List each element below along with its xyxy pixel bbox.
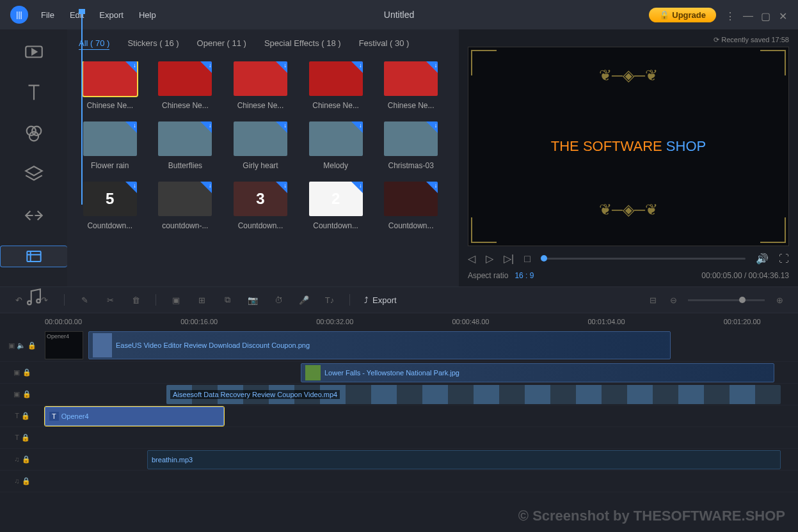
undo-icon[interactable]: ↶ bbox=[13, 294, 24, 306]
time-mark: 00:01:04.00 bbox=[588, 318, 625, 325]
speed-icon[interactable]: ⏱ bbox=[273, 294, 284, 306]
library-item[interactable]: Christmas-03 bbox=[379, 121, 442, 170]
time-mark: 00:00:16.00 bbox=[180, 318, 218, 325]
redo-icon[interactable]: ↷ bbox=[38, 294, 50, 306]
menu-export[interactable]: Export bbox=[99, 10, 124, 20]
prev-frame-icon[interactable]: ◁ bbox=[468, 253, 475, 265]
snapshot-icon[interactable]: 📷 bbox=[247, 294, 259, 306]
tab-stickers[interactable]: Stickers ( 16 ) bbox=[127, 38, 179, 50]
zoom-out-icon[interactable]: ⊖ bbox=[667, 294, 679, 306]
preview-viewport[interactable]: ❦─◈─❦ THE SOFTWARE SHOP ❦─◈─❦ bbox=[468, 47, 789, 246]
minimize-icon[interactable]: — bbox=[743, 10, 752, 19]
track-content[interactable]: Lower Falls - Yellowstone National Park.… bbox=[45, 362, 798, 383]
mosaic-icon[interactable]: ⊞ bbox=[196, 294, 207, 306]
preview-seek-slider[interactable] bbox=[541, 258, 746, 260]
export-button[interactable]: ⤴ Export bbox=[364, 295, 397, 305]
track-head[interactable]: ♫ 🔒 bbox=[0, 455, 45, 464]
sidebar-video-icon[interactable] bbox=[23, 41, 45, 63]
ornament-tl bbox=[471, 50, 497, 75]
library-item[interactable]: Chinese Ne... bbox=[379, 61, 442, 110]
library-item[interactable]: Melody bbox=[305, 121, 367, 170]
library-grid[interactable]: Chinese Ne...Chinese Ne...Chinese Ne...C… bbox=[79, 61, 447, 230]
clip-text[interactable]: T Opener4 bbox=[45, 407, 224, 426]
clip-image[interactable]: EaseUS Video Editor Review Download Disc… bbox=[88, 331, 671, 359]
clip-pip[interactable]: Lower Falls - Yellowstone National Park.… bbox=[301, 363, 774, 382]
library-thumb bbox=[309, 61, 363, 96]
track-head[interactable]: ♫ 🔒 bbox=[0, 477, 45, 485]
clip-audio[interactable]: breathin.mp3 bbox=[147, 450, 781, 469]
library-item[interactable]: Chinese Ne... bbox=[154, 61, 217, 110]
library-label: Countdown... bbox=[305, 221, 367, 230]
track-head[interactable]: ▣ 🔈 🔒 bbox=[0, 341, 45, 350]
library-item[interactable]: Flower rain bbox=[79, 121, 141, 170]
tab-festival[interactable]: Festival ( 30 ) bbox=[359, 38, 410, 50]
merge-icon[interactable]: ⧉ bbox=[221, 294, 233, 306]
volume-icon[interactable]: 🔊 bbox=[756, 253, 769, 265]
library-item[interactable]: Chinese Ne... bbox=[79, 61, 141, 110]
download-icon bbox=[200, 182, 212, 193]
close-icon[interactable]: ✕ bbox=[779, 10, 788, 19]
cut-icon[interactable]: ✂ bbox=[104, 294, 116, 306]
track-content[interactable] bbox=[45, 427, 798, 448]
lock-icon: 🔒 bbox=[659, 10, 669, 20]
tab-all[interactable]: All ( 70 ) bbox=[79, 38, 109, 50]
menu-file[interactable]: File bbox=[41, 10, 54, 20]
sidebar-overlay-icon[interactable] bbox=[23, 164, 45, 185]
delete-icon[interactable]: 🗑 bbox=[130, 294, 141, 306]
clip-opener[interactable]: Opener4 bbox=[45, 331, 83, 359]
fit-icon[interactable]: ⊟ bbox=[647, 294, 658, 306]
crop-icon[interactable]: ▣ bbox=[170, 294, 182, 306]
library-item[interactable]: Countdown... bbox=[379, 182, 442, 230]
zoom-in-icon[interactable]: ⊕ bbox=[774, 294, 785, 306]
stop-icon[interactable]: □ bbox=[524, 253, 531, 265]
more-icon[interactable]: ⋮ bbox=[725, 10, 734, 19]
download-icon bbox=[276, 182, 287, 193]
play-icon[interactable]: ▷ bbox=[486, 253, 493, 265]
sidebar-filter-icon[interactable] bbox=[23, 123, 45, 145]
library-item[interactable]: 5Countdown... bbox=[79, 182, 141, 230]
track-head[interactable]: ▣ 🔒 bbox=[0, 390, 45, 398]
library-item[interactable]: Butterflies bbox=[154, 121, 217, 170]
export-label: Export bbox=[372, 295, 397, 305]
library-thumb: 3 bbox=[234, 182, 287, 216]
download-icon bbox=[125, 61, 137, 73]
tab-opener[interactable]: Opener ( 11 ) bbox=[197, 38, 246, 50]
library-item[interactable]: countdown-... bbox=[154, 182, 217, 230]
saved-status: ⟳ Recently saved 17:58 bbox=[468, 36, 789, 44]
sidebar-text-icon[interactable] bbox=[23, 82, 45, 104]
track-head[interactable]: ▣ 🔒 bbox=[0, 368, 45, 377]
text-icon: T bbox=[49, 412, 59, 421]
clip-video[interactable]: Aiseesoft Data Recovery Review Coupon Vi… bbox=[166, 385, 781, 404]
sidebar-element-icon[interactable] bbox=[0, 246, 67, 267]
track-content[interactable]: Aiseesoft Data Recovery Review Coupon Vi… bbox=[45, 384, 798, 405]
time-ruler[interactable]: 00:00:00.00 00:00:16.00 00:00:32.00 00:0… bbox=[0, 313, 798, 330]
menu-help[interactable]: Help bbox=[139, 10, 156, 20]
clip-label: Opener4 bbox=[61, 412, 89, 420]
track-content[interactable]: Opener4 EaseUS Video Editor Review Downl… bbox=[45, 330, 798, 361]
library-thumb bbox=[158, 121, 212, 156]
library-label: Christmas-03 bbox=[379, 161, 442, 170]
track-audio2: ♫ 🔒 bbox=[0, 471, 798, 492]
fullscreen-icon[interactable]: ⛶ bbox=[779, 253, 789, 265]
library-item[interactable]: 2Countdown... bbox=[305, 182, 367, 230]
voiceover-icon[interactable]: 🎤 bbox=[298, 294, 310, 306]
maximize-icon[interactable]: ▢ bbox=[761, 10, 770, 19]
track-head[interactable]: T 🔒 bbox=[0, 412, 45, 420]
zoom-slider[interactable] bbox=[688, 299, 765, 301]
aspect-value[interactable]: 16 : 9 bbox=[515, 271, 534, 280]
track-content[interactable] bbox=[45, 471, 798, 492]
upgrade-button[interactable]: 🔒 Upgrade bbox=[649, 8, 716, 22]
edit-pencil-icon[interactable]: ✎ bbox=[79, 294, 90, 306]
tab-special[interactable]: Special Effects ( 18 ) bbox=[264, 38, 341, 50]
track-head[interactable]: T 🔒 bbox=[0, 434, 45, 442]
track-content[interactable]: T Opener4 bbox=[45, 405, 798, 426]
clip-thumb bbox=[305, 365, 321, 380]
tts-icon[interactable]: T♪ bbox=[324, 294, 335, 306]
next-frame-icon[interactable]: ▷| bbox=[504, 253, 514, 265]
track-content[interactable]: breathin.mp3 bbox=[45, 449, 798, 470]
sidebar-transition-icon[interactable] bbox=[23, 205, 45, 226]
library-item[interactable]: Girly heart bbox=[229, 121, 292, 170]
library-item[interactable]: Chinese Ne... bbox=[229, 61, 292, 110]
library-item[interactable]: 3Countdown... bbox=[229, 182, 292, 230]
library-item[interactable]: Chinese Ne... bbox=[305, 61, 367, 110]
